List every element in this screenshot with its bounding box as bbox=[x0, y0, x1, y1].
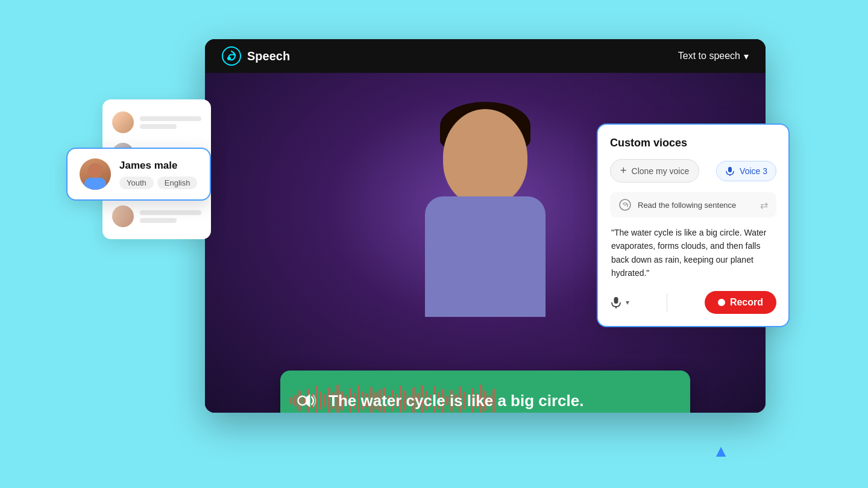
james-avatar-img bbox=[80, 158, 111, 190]
subtitle-bar: The water cycle is like a big circle. bbox=[280, 371, 690, 413]
voice-lines bbox=[140, 116, 201, 129]
mic-icon bbox=[725, 166, 735, 176]
chevron-down-icon: ▾ bbox=[744, 51, 749, 62]
body bbox=[425, 196, 546, 317]
clone-btn-label: Clone my voice bbox=[632, 166, 690, 176]
record-button[interactable]: Record bbox=[705, 291, 776, 314]
avatar bbox=[112, 111, 134, 133]
svg-rect-6 bbox=[614, 297, 618, 304]
chevron-down-icon: ▾ bbox=[626, 298, 629, 307]
vertical-divider bbox=[667, 293, 667, 311]
wave-bar bbox=[324, 394, 326, 407]
wave-bar bbox=[290, 397, 292, 404]
tag-line bbox=[140, 218, 177, 223]
avatar bbox=[112, 205, 134, 227]
panel-footer: ▾ Record bbox=[610, 291, 776, 314]
voice3-label: Voice 3 bbox=[740, 166, 767, 176]
voice3-button[interactable]: Voice 3 bbox=[716, 161, 776, 181]
head bbox=[443, 109, 527, 205]
list-item[interactable] bbox=[110, 201, 204, 232]
mic-dropdown-button[interactable]: ▾ bbox=[610, 296, 629, 308]
microphone-icon bbox=[610, 296, 622, 308]
shuffle-icon[interactable]: ⇄ bbox=[760, 199, 768, 211]
voice-card-inner: James male Youth English bbox=[80, 158, 198, 190]
james-voice-card[interactable]: James male Youth English bbox=[66, 148, 211, 201]
read-icon bbox=[618, 198, 632, 211]
app-logo-icon bbox=[222, 46, 241, 66]
voice-info: James male Youth English bbox=[119, 160, 198, 189]
svg-rect-3 bbox=[728, 167, 732, 172]
speaker-icon bbox=[295, 389, 319, 413]
person-silhouette bbox=[389, 85, 582, 338]
james-avatar bbox=[80, 158, 111, 190]
custom-voices-panel: Custom vioces + Clone my voice Voice 3 bbox=[597, 124, 790, 327]
logo-area: Speech bbox=[222, 46, 290, 66]
voice-tag-youth: Youth bbox=[119, 177, 154, 189]
subtitle-text: The water cycle is like a big circle. bbox=[329, 392, 583, 410]
panel-title: Custom vioces bbox=[610, 137, 776, 149]
voice-tag-english: English bbox=[157, 177, 198, 189]
clone-voice-button[interactable]: + Clone my voice bbox=[610, 159, 699, 183]
sentence-row: Read the following sentence ⇄ bbox=[610, 192, 776, 217]
svg-point-0 bbox=[222, 47, 241, 65]
svg-point-2 bbox=[298, 396, 307, 405]
voice-lines bbox=[140, 210, 201, 223]
text-to-speech-menu[interactable]: Text to speech ▾ bbox=[678, 51, 749, 62]
svg-point-1 bbox=[227, 57, 231, 60]
name-line bbox=[140, 116, 201, 121]
record-btn-label: Record bbox=[730, 297, 763, 308]
quote-text: "The water cycle is like a big circle. W… bbox=[610, 226, 776, 280]
name-line bbox=[140, 210, 201, 215]
tag-line bbox=[140, 124, 177, 129]
clone-row: + Clone my voice Voice 3 bbox=[610, 159, 776, 183]
voice-name: James male bbox=[119, 160, 198, 172]
mouse-cursor: ▲ bbox=[712, 442, 729, 461]
plus-icon: + bbox=[620, 164, 627, 177]
wave-bar bbox=[319, 392, 322, 410]
sentence-label: Read the following sentence bbox=[638, 201, 736, 210]
app-title: Speech bbox=[247, 49, 290, 63]
voice-tags: Youth English bbox=[119, 177, 198, 189]
sentence-left: Read the following sentence bbox=[618, 198, 736, 211]
tts-menu-label: Text to speech bbox=[678, 51, 740, 61]
header-bar: Speech Text to speech ▾ bbox=[205, 39, 766, 73]
list-item[interactable] bbox=[110, 107, 204, 138]
record-dot-icon bbox=[718, 299, 725, 306]
